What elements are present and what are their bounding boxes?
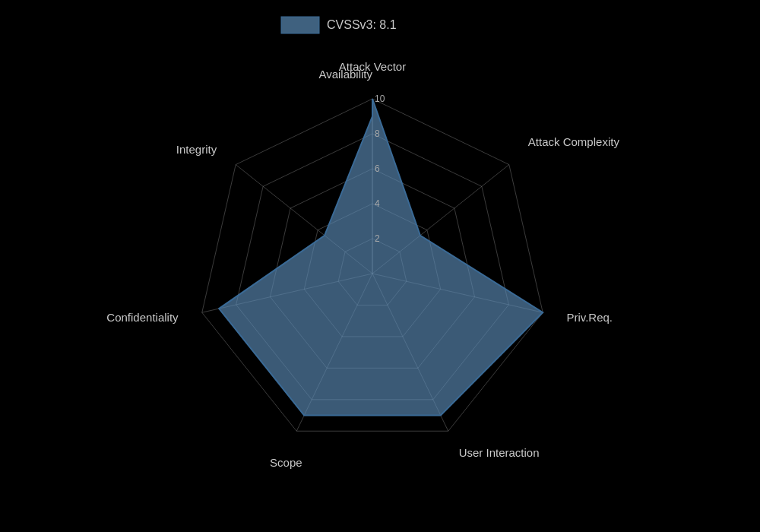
svg-text:Availability: Availability — [318, 68, 372, 81]
svg-text:10: 10 — [375, 93, 385, 104]
svg-rect-27 — [281, 17, 319, 33]
svg-text:2: 2 — [375, 233, 380, 244]
svg-text:Attack Complexity: Attack Complexity — [528, 135, 620, 148]
svg-text:Integrity: Integrity — [176, 143, 217, 156]
chart-container: 246810Attack VectorAttack ComplexityPriv… — [0, 0, 760, 532]
svg-text:Scope: Scope — [270, 456, 302, 469]
svg-text:Priv.Req.: Priv.Req. — [566, 311, 613, 324]
svg-text:Confidentiality: Confidentiality — [106, 311, 179, 324]
svg-text:6: 6 — [375, 163, 380, 174]
svg-marker-13 — [219, 99, 543, 416]
svg-text:4: 4 — [375, 198, 380, 209]
svg-text:CVSSv3: 8.1: CVSSv3: 8.1 — [327, 18, 397, 31]
svg-text:User Interaction: User Interaction — [459, 446, 540, 459]
svg-text:8: 8 — [375, 128, 380, 139]
